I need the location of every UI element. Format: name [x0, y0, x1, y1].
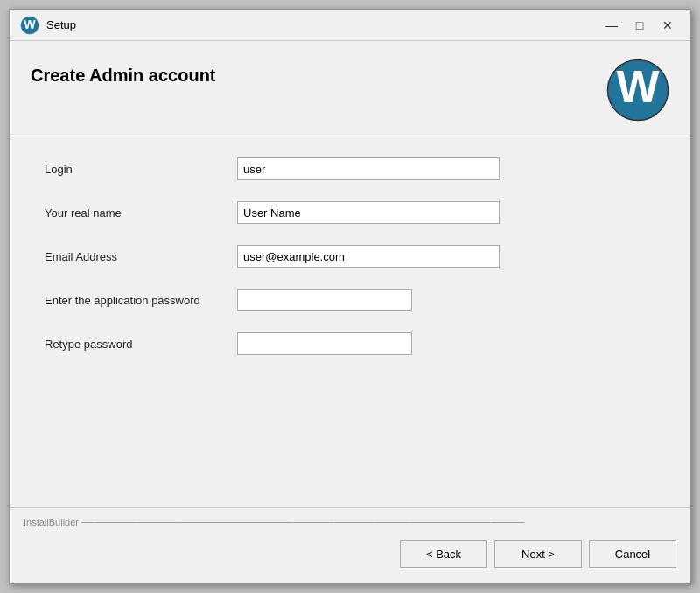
back-button[interactable]: < Back	[400, 540, 487, 568]
password-label: Enter the application password	[45, 294, 237, 307]
password-row: Enter the application password	[45, 289, 655, 311]
setup-window: W Setup — □ ✕ Create Admin account W Log…	[9, 9, 691, 584]
content-area: Create Admin account W Login Your real n…	[10, 41, 690, 583]
page-title: Create Admin account	[31, 66, 216, 86]
retype-input[interactable]	[237, 332, 412, 355]
login-input[interactable]	[237, 157, 500, 180]
login-row: Login	[45, 157, 655, 180]
close-button[interactable]: ✕	[655, 16, 680, 35]
password-input[interactable]	[237, 289, 412, 311]
email-input[interactable]	[237, 245, 500, 268]
cancel-button[interactable]: Cancel	[589, 540, 676, 568]
header-section: Create Admin account W	[10, 41, 690, 136]
wp-icon-small: W	[20, 16, 39, 35]
wp-logo: W	[606, 59, 669, 122]
maximize-button[interactable]: □	[627, 16, 652, 35]
button-row: < Back Next > Cancel	[24, 533, 676, 575]
title-controls: — □ ✕	[599, 16, 680, 35]
window-title: Setup	[46, 18, 76, 31]
title-bar-left: W Setup	[20, 16, 76, 35]
realname-row: Your real name	[45, 201, 655, 224]
login-label: Login	[45, 163, 237, 176]
svg-text:W: W	[617, 61, 660, 112]
realname-label: Your real name	[45, 206, 237, 220]
title-bar: W Setup — □ ✕	[10, 10, 690, 41]
next-button[interactable]: Next >	[494, 540, 582, 568]
svg-text:W: W	[24, 17, 36, 31]
footer-section: InstallBuilder ─────────────────────────…	[10, 507, 690, 583]
realname-input[interactable]	[237, 201, 500, 224]
email-label: Email Address	[45, 250, 237, 263]
minimize-button[interactable]: —	[599, 16, 624, 35]
form-section: Login Your real name Email Address Enter…	[10, 136, 690, 507]
email-row: Email Address	[45, 245, 655, 268]
installbuilder-label: InstallBuilder ─────────────────────────…	[24, 517, 676, 527]
retype-label: Retype password	[45, 338, 237, 351]
retype-row: Retype password	[45, 332, 655, 355]
